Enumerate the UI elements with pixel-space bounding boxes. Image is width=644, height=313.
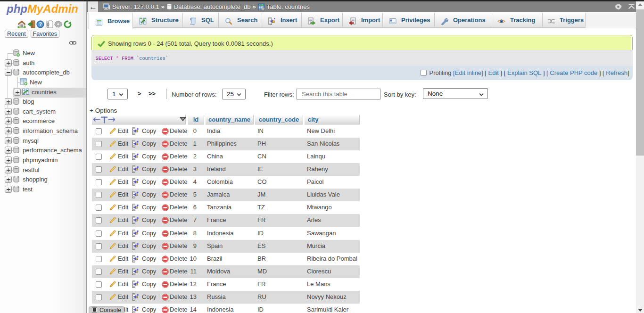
svg-text:?: ? xyxy=(39,21,42,27)
